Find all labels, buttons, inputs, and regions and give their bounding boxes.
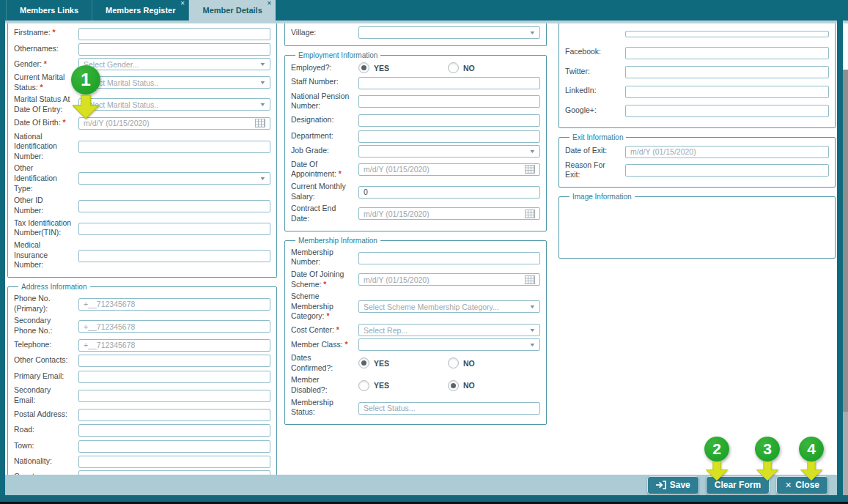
othernames-label: Othernames: [14, 44, 78, 54]
member-disabled-no-label: NO [463, 381, 475, 390]
member-class-select[interactable]: ▼ [358, 338, 540, 351]
firstname-input[interactable] [78, 28, 270, 40]
primary-email-input[interactable] [78, 371, 270, 383]
window-right-border [837, 21, 843, 497]
date-of-joining-scheme-input[interactable]: m/d/Y (01/15/2020) [358, 273, 540, 286]
current-monthly-salary-input[interactable] [358, 186, 540, 199]
national-identification-number-input[interactable] [78, 141, 270, 153]
dates-confirmed-no-radio[interactable]: NO [448, 357, 475, 368]
calendar-icon [255, 119, 265, 127]
job-grade-select[interactable]: ▼ [358, 145, 540, 158]
date-of-birth-input[interactable]: m/d/Y (01/15/2020) [78, 117, 270, 130]
membership-number-input[interactable] [358, 252, 540, 264]
date-of-joining-scheme-label: Date Of Joining Scheme: * [291, 270, 358, 289]
field-row-date-of-birth: Date Of Birth: *m/d/Y (01/15/2020) [14, 117, 270, 130]
radio-button-icon [448, 380, 459, 391]
road-control [78, 423, 270, 437]
required-asterisk: * [61, 118, 66, 127]
field-row-contract-end-date: Contract End Date:m/d/Y (01/15/2020) [291, 204, 540, 223]
facebook-input[interactable] [625, 47, 829, 59]
national-pension-number-input[interactable] [358, 95, 540, 108]
tab-members-links[interactable]: Members Links [6, 0, 92, 21]
date-of-exit-input[interactable] [625, 146, 829, 158]
other-identification-type-label: Other Identification Type: [14, 163, 78, 193]
tax-identification-number-control [78, 221, 270, 235]
current-marital-status-control: Select Marital Status..▼ [78, 76, 270, 89]
social-top-partial-input[interactable] [625, 31, 829, 37]
google-plus-input[interactable] [625, 105, 829, 117]
telephone-input[interactable] [78, 339, 270, 352]
employed-label: Employed?: [291, 63, 358, 73]
contract-end-date-input[interactable]: m/d/Y (01/15/2020) [358, 207, 540, 220]
field-row-current-marital-status: Current Marital Status: *Select Marital … [14, 73, 270, 92]
postal-address-input[interactable] [78, 409, 270, 421]
gender-select[interactable]: Select Gender...▼ [78, 58, 270, 70]
radio-button-icon [358, 380, 369, 391]
other-identification-type-select[interactable]: ▼ [78, 172, 270, 185]
close-icon[interactable]: ✕ [267, 1, 272, 7]
cost-center-select[interactable]: Select Rep...▼ [358, 324, 540, 336]
save-button[interactable]: Save [647, 476, 699, 494]
date-of-exit-control [625, 144, 829, 158]
medical-insurance-number-input[interactable] [78, 250, 270, 262]
village-control: ▼ [358, 26, 540, 39]
dates-confirmed-yes-radio[interactable]: YES [358, 357, 448, 368]
road-input[interactable] [78, 424, 270, 437]
town-input[interactable] [78, 440, 270, 453]
section-address-legend: Address Information [18, 283, 90, 291]
facebook-control [625, 45, 829, 59]
department-input[interactable] [358, 130, 540, 143]
current-marital-status-select[interactable]: Select Marital Status..▼ [78, 76, 270, 89]
required-asterisk: * [334, 325, 339, 334]
member-disabled-no-radio[interactable]: NO [448, 380, 475, 391]
membership-status-input[interactable] [358, 402, 540, 415]
employed-no-radio[interactable]: NO [448, 62, 475, 73]
chevron-down-icon: ▼ [529, 30, 537, 35]
date-of-joining-scheme-control: m/d/Y (01/15/2020) [358, 273, 540, 286]
other-id-number-input[interactable] [78, 200, 270, 212]
annotation-circle-1: 1 [71, 65, 100, 94]
staff-number-input[interactable] [358, 77, 540, 89]
tab-member-details[interactable]: Member Details✕ [189, 0, 275, 21]
marital-status-at-date-of-entry-select[interactable]: Select Marital Status..▼ [78, 98, 270, 111]
member-disabled-yes-radio[interactable]: YES [358, 380, 448, 391]
field-row-postal-address: Postal Address: [14, 407, 270, 421]
field-row-membership-number: Membership Number: [291, 248, 540, 267]
scrollbar-thumb[interactable] [843, 70, 848, 412]
close-icon[interactable]: ✕ [180, 1, 185, 7]
employed-yes-radio[interactable]: YES [358, 62, 448, 73]
scheme-membership-category-select[interactable]: Select Scheme Membership Category...▼ [358, 300, 540, 313]
tab-members-register[interactable]: Members Register✕ [92, 0, 189, 21]
cost-center-selected-value: Select Rep... [364, 326, 408, 335]
social-top-partial-control [625, 26, 829, 40]
village-select[interactable]: ▼ [358, 26, 540, 39]
dates-confirmed-radio-group: YESNO [358, 357, 540, 368]
staff-number-label: Staff Number: [291, 77, 358, 87]
other-id-number-control [78, 199, 270, 213]
date-of-appointment-input[interactable]: m/d/Y (01/15/2020) [358, 163, 540, 176]
telephone-control [78, 338, 270, 352]
field-row-date-of-appointment: Date Of Appointment: *m/d/Y (01/15/2020) [291, 160, 540, 179]
secondary-email-input[interactable] [78, 390, 270, 402]
section-image-legend: Image Information [569, 193, 635, 201]
nationality-input[interactable] [78, 456, 270, 468]
othernames-input[interactable] [78, 43, 270, 56]
annotation-arrow-2 [705, 462, 729, 483]
field-row-phone-no-primary: Phone No.(Primary): [14, 294, 270, 314]
reason-for-exit-input[interactable] [625, 164, 829, 177]
twitter-input[interactable] [625, 66, 829, 78]
other-contacts-input[interactable] [78, 355, 270, 367]
chevron-down-icon: ▼ [259, 102, 267, 107]
scrollbar-track-top[interactable] [843, 23, 848, 70]
scrollbar-track-bottom[interactable] [843, 412, 848, 495]
designation-input[interactable] [358, 114, 540, 127]
linkedin-input[interactable] [625, 86, 829, 98]
field-row-marital-status-at-date-of-entry: Marital Status At Date Of Entry:Select M… [14, 94, 270, 114]
contract-end-date-label: Contract End Date: [291, 204, 358, 223]
tax-identification-number-input[interactable] [78, 223, 270, 235]
member-disabled-control: YESNO [358, 380, 540, 391]
secondary-phone-no-input[interactable] [78, 320, 270, 333]
phone-no-primary-input[interactable] [78, 298, 270, 311]
chevron-down-icon: ▼ [259, 176, 267, 181]
required-asterisk: * [336, 169, 342, 178]
